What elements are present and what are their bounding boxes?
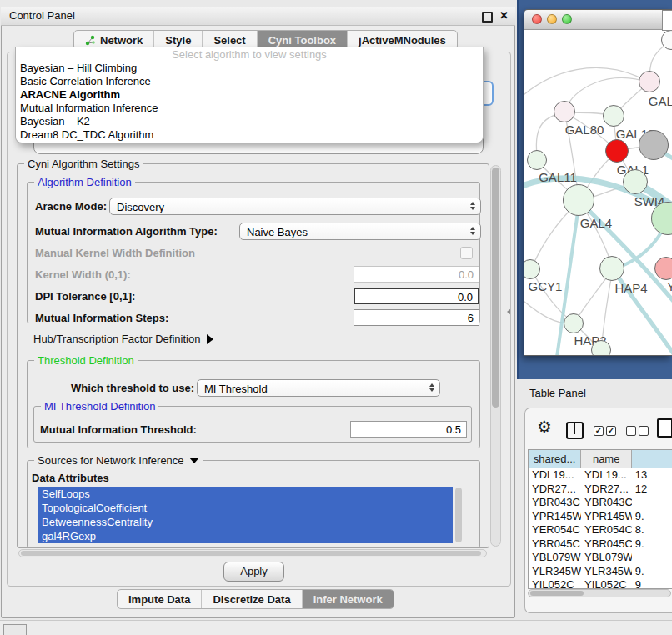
- mi-steps-field[interactable]: 6: [354, 309, 479, 326]
- node-label: Y: [667, 279, 672, 293]
- tab-label: Infer Network: [313, 593, 383, 606]
- hub-factor-label: Hub/Transcription Factor Definition: [33, 332, 200, 345]
- scrollbar-thumb[interactable]: [530, 591, 584, 596]
- column-header-name[interactable]: name: [581, 450, 632, 468]
- settings-horizontal-scrollbar[interactable]: [18, 549, 487, 558]
- table-row[interactable]: YPR145WYPR145W9.: [529, 510, 672, 524]
- tab-label: Style: [165, 34, 191, 47]
- tab-select[interactable]: Select: [202, 31, 256, 49]
- dropdown-item[interactable]: Bayesian – Hill Climbing: [16, 62, 483, 75]
- dropdown-item-selected[interactable]: ARACNE Algorithm: [16, 88, 483, 102]
- node-label: GAL80: [565, 122, 604, 137]
- data-attributes-label: Data Attributes: [32, 472, 109, 484]
- control-panel-titlebar[interactable]: Control Panel ✕: [1, 7, 515, 26]
- network-canvas[interactable]: GAL7GAL80GAL10GAL1GAL11SWI4GAL4GCY1HAP4Y…: [524, 29, 672, 355]
- file-icon[interactable]: [657, 418, 672, 438]
- checked-checkbox-icon[interactable]: ✓: [606, 426, 616, 436]
- corner-widget[interactable]: [3, 624, 27, 635]
- node-label: GAL4: [580, 216, 612, 230]
- columns-icon[interactable]: [566, 422, 584, 439]
- hub-factor-section-toggle[interactable]: Hub/Transcription Factor Definition: [33, 332, 213, 345]
- list-item[interactable]: TopologicalCoefficient: [38, 501, 453, 515]
- network-node-gal4[interactable]: [563, 184, 594, 216]
- mi-threshold-field[interactable]: 0.5: [350, 421, 467, 438]
- network-node-gal11[interactable]: [527, 150, 547, 170]
- table-row[interactable]: YBL079WYBL079W: [529, 551, 672, 565]
- table-body[interactable]: YDL19...YDL19...13 YDR27...YDR27...12 YB…: [529, 468, 672, 588]
- network-node-hap2[interactable]: [564, 313, 584, 333]
- sources-title: Sources for Network Inference: [38, 454, 184, 467]
- table-row[interactable]: YDL19...YDL19...13: [529, 468, 672, 482]
- table-row[interactable]: YDR27...YDR27...12: [529, 482, 672, 497]
- data-attributes-list[interactable]: SelfLoops TopologicalCoefficient Between…: [38, 487, 453, 543]
- table-row[interactable]: YBR045CYBR045C9.: [529, 538, 672, 552]
- dropdown-item[interactable]: Basic Correlation Inference: [16, 75, 483, 88]
- bottom-tabs: Impute Data Discretize Data Infer Networ…: [117, 589, 394, 609]
- tab-cyni-toolbox[interactable]: Cyni Toolbox: [257, 31, 347, 49]
- table-panel-title: Table Panel: [529, 387, 586, 399]
- table-horizontal-scrollbar[interactable]: [528, 589, 671, 598]
- close-traffic-light-icon[interactable]: [532, 14, 542, 24]
- manual-kernel-width-checkbox[interactable]: [460, 247, 473, 259]
- algorithm-dropdown-popup: Select algorithm to view settings Bayesi…: [15, 48, 484, 143]
- network-node-gal1[interactable]: [605, 139, 629, 162]
- tab-label: Select: [213, 34, 245, 47]
- unchecked-checkbox-icon[interactable]: [639, 426, 649, 436]
- network-node-hap4[interactable]: [599, 256, 624, 281]
- mi-algorithm-type-select[interactable]: Naive Bayes: [239, 222, 481, 240]
- network-node-y[interactable]: [654, 257, 672, 280]
- scrollbar-thumb[interactable]: [492, 168, 499, 408]
- settings-vertical-scrollbar[interactable]: [490, 165, 501, 547]
- unchecked-checkbox-icon[interactable]: [626, 426, 636, 436]
- node-label: GAL11: [539, 170, 577, 184]
- tab-impute-data[interactable]: Impute Data: [118, 590, 201, 608]
- gear-icon[interactable]: ⚙: [537, 417, 552, 437]
- list-scrollbar[interactable]: [455, 488, 462, 542]
- tab-label: Impute Data: [128, 593, 190, 606]
- network-window-titlebar[interactable]: [524, 10, 672, 30]
- checked-checkbox-icon[interactable]: ✓: [594, 426, 604, 436]
- tab-label: Network: [100, 34, 143, 47]
- column-header-shared-name[interactable]: shared...: [529, 450, 581, 468]
- collapse-arrow-icon[interactable]: [189, 458, 199, 463]
- mi-threshold-label: Mutual Information Threshold:: [40, 423, 197, 436]
- dropdown-item[interactable]: Dream8 DC_TDC Algorithm: [16, 128, 483, 142]
- table-row[interactable]: YER054CYER054C8.: [529, 523, 672, 538]
- scrollbar-thumb[interactable]: [21, 551, 481, 556]
- dropdown-item[interactable]: Mutual Information Inference: [16, 102, 483, 115]
- column-header-partial[interactable]: [632, 450, 672, 468]
- table-row[interactable]: YBR043CYBR043C: [529, 496, 672, 510]
- dpi-tolerance-field[interactable]: 0.0: [354, 288, 479, 304]
- minimize-traffic-light-icon[interactable]: [547, 14, 557, 24]
- table-row[interactable]: YIL052CYIL052C9: [529, 578, 672, 588]
- network-node-swi4[interactable]: [623, 169, 648, 194]
- selected-value: Discovery: [117, 201, 164, 213]
- which-threshold-select[interactable]: MI Threshold: [197, 379, 440, 397]
- zoom-traffic-light-icon[interactable]: [562, 14, 572, 24]
- table-row[interactable]: YLR345WYLR345W9.: [529, 565, 672, 579]
- list-item[interactable]: SelfLoops: [38, 487, 453, 501]
- list-item[interactable]: BetweennessCentrality: [38, 515, 453, 529]
- network-window[interactable]: GAL7GAL80GAL10GAL1GAL11SWI4GAL4GCY1HAP4Y…: [524, 9, 672, 356]
- float-window-icon[interactable]: [482, 12, 493, 22]
- stepper-arrows-icon: [470, 202, 475, 210]
- network-node[interactable]: [591, 340, 611, 355]
- close-icon[interactable]: ✕: [499, 9, 509, 22]
- list-item[interactable]: gal4RGexp: [38, 529, 453, 543]
- apply-button[interactable]: Apply: [223, 562, 284, 582]
- network-node-gal10[interactable]: [603, 105, 624, 127]
- tab-discretize-data[interactable]: Discretize Data: [201, 590, 301, 608]
- tab-label: Discretize Data: [213, 593, 290, 606]
- selected-value: MI Threshold: [204, 382, 268, 395]
- network-node[interactable]: [639, 130, 669, 160]
- aracne-mode-select[interactable]: Discovery: [109, 198, 481, 215]
- tab-infer-network[interactable]: Infer Network: [302, 590, 394, 608]
- tab-jactivemnodules[interactable]: jActiveMNodules: [347, 31, 457, 49]
- network-node-gal7[interactable]: [639, 71, 660, 92]
- mi-steps-label: Mutual Information Steps:: [35, 312, 168, 324]
- tab-network[interactable]: Network: [74, 31, 153, 49]
- dropdown-item[interactable]: Bayesian – K2: [16, 115, 483, 128]
- network-node-gal80[interactable]: [554, 101, 575, 122]
- tab-style[interactable]: Style: [153, 31, 202, 49]
- tab-label: Cyni Toolbox: [268, 34, 336, 47]
